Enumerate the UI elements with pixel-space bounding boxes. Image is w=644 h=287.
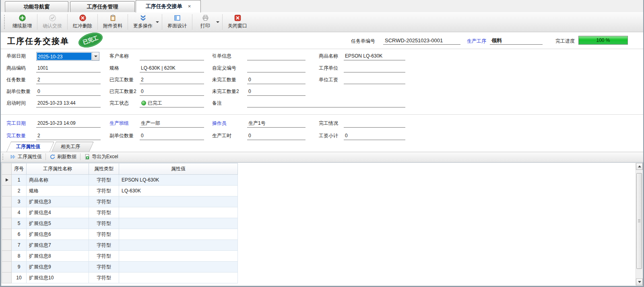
table-row[interactable]: 8 扩展信息8 字符型 (2, 251, 238, 262)
arrow-down-icon (638, 281, 641, 283)
continue-add-button[interactable]: 继续新增 (8, 12, 37, 32)
clipboard-icon (109, 14, 116, 21)
attachment-button[interactable]: 附件资料 (98, 12, 127, 32)
operator-label[interactable]: 操作员 (212, 119, 246, 128)
table-row[interactable]: 5 扩展信息5 字符型 (2, 218, 238, 229)
table-row[interactable]: 9 扩展信息9 字符型 (2, 262, 238, 273)
ui-design-button[interactable]: 界面设计 (163, 12, 192, 32)
scroll-down-button[interactable] (636, 279, 643, 285)
detail-toolbar-grip (2, 154, 4, 160)
table-row[interactable]: 6 扩展信息6 字符型 (2, 229, 238, 240)
task-no-field[interactable]: SCRWD-20251023-0001 (383, 36, 460, 45)
attribute-values-button[interactable]: 工序属性值 (6, 153, 45, 161)
table-row[interactable]: 10 扩展信息10 字符型 (2, 273, 238, 283)
close-tab-icon[interactable]: × (188, 0, 191, 12)
prod-hours-field[interactable]: 0 (247, 132, 305, 140)
refresh-data-button[interactable]: 刷新数据 (46, 153, 80, 161)
remark-label: 备注 (212, 99, 246, 107)
undone-qty-label: 未完工数量 (212, 76, 246, 84)
attribute-table-body: 1 商品名称 字符型 EPSON LQ-630K 2 规格 字符型 LQ-630… (2, 175, 238, 283)
table-row[interactable]: 4 扩展信息4 字符型 (2, 207, 238, 218)
product-code-label: 商品编码 (6, 64, 35, 72)
scroll-up-button[interactable] (636, 163, 643, 170)
status-green-icon (141, 101, 146, 105)
confirm-handover-button[interactable]: 确认交接 (38, 12, 67, 32)
done-qty-field[interactable]: 2 (140, 76, 204, 84)
done-qty2-field[interactable]: 0 (140, 87, 204, 96)
spec-field[interactable]: LQ-630K | 620K (140, 64, 204, 72)
col-header-value[interactable]: 属性值 (119, 163, 238, 175)
cell-no: 5 (12, 218, 27, 229)
col-header-no[interactable]: 序号 (12, 163, 27, 175)
finish-status-field[interactable]: 已完工 (140, 99, 204, 107)
start-time-field[interactable]: 2025-10-23 13:44 (36, 99, 101, 107)
doc-date-combobox[interactable]: 2025-10-23 (36, 52, 99, 61)
col-header-name[interactable]: 工序属性名称 (27, 163, 89, 175)
doc-date-label: 单据日期 (6, 52, 35, 60)
custom-no-field[interactable] (247, 64, 305, 72)
table-row[interactable]: 2 规格 字符型 LQ-630K (2, 186, 238, 196)
operator-field[interactable]: 生产1号 (247, 119, 305, 128)
customer-field[interactable] (140, 52, 204, 60)
tab-function-nav[interactable]: 功能导航窗 (5, 1, 68, 12)
cell-type: 字符型 (89, 240, 119, 251)
ref-info-field[interactable] (247, 52, 305, 60)
tab-related-processes[interactable]: 相关工序 (52, 142, 89, 152)
app-window: 功能导航窗 工序任务管理 工序任务交接单× 继续新增 确认交接 红冲删除 附件资… (0, 0, 644, 287)
cell-type: 字符型 (89, 251, 119, 262)
page-title: 工序任务交接单 (7, 36, 69, 47)
prod-team-label[interactable]: 生产班组 (109, 119, 139, 128)
sub-unit-qty2-field[interactable]: 0 (140, 132, 204, 140)
close-window-button[interactable]: 关闭窗口 (223, 12, 252, 32)
finish-qty-label[interactable]: 完工数量 (6, 132, 35, 140)
print-dropdown-icon[interactable] (216, 21, 219, 23)
production-process-link[interactable]: 生产工序 (467, 38, 486, 45)
tab-bar: 功能导航窗 工序任务管理 工序任务交接单× (1, 0, 643, 12)
table-row[interactable]: 1 商品名称 字符型 EPSON LQ-630K (2, 175, 238, 186)
table-row[interactable]: 3 扩展信息3 字符型 (2, 196, 238, 207)
more-actions-button[interactable]: 更多操作 (128, 12, 157, 32)
sub-unit-qty-field[interactable]: 0 (36, 87, 101, 96)
cell-name: 扩展信息9 (27, 262, 89, 273)
tab-task-management[interactable]: 工序任务管理 (70, 1, 135, 12)
table-header-row: 序号 工序属性名称 属性类型 属性值 (2, 163, 238, 175)
arrow-up-icon (638, 165, 641, 167)
unit-wage-field[interactable] (344, 76, 405, 84)
wage-subtotal-field[interactable]: 0 (344, 132, 405, 140)
prod-team-field[interactable]: 生产一部 (140, 119, 204, 128)
undone-qty2-field[interactable]: 0 (247, 87, 305, 96)
undone-qty-field[interactable]: 0 (247, 76, 305, 84)
finish-date-field[interactable]: 2025-10-23 14:09 (36, 119, 101, 128)
table-row[interactable]: 7 扩展信息7 字符型 (2, 240, 238, 251)
tab-attribute-values[interactable]: 工序属性值 (6, 142, 50, 152)
red-delete-button[interactable]: 红冲删除 (68, 12, 97, 32)
finish-qty-field[interactable]: 2 (36, 132, 101, 140)
cell-type: 字符型 (89, 196, 119, 207)
product-name-field[interactable]: EPSON LQ-630K (344, 52, 405, 60)
chevron-down-icon[interactable] (92, 52, 99, 60)
finish-info-field[interactable] (344, 119, 405, 128)
scrollbar-thumb[interactable] (636, 173, 642, 269)
cell-name: 商品名称 (27, 175, 89, 186)
finish-status-label: 完工状态 (109, 99, 139, 107)
product-code-field[interactable]: 1001 (36, 64, 101, 72)
cell-value (119, 273, 238, 283)
task-no-label: 任务单编号 (351, 38, 375, 45)
more-actions-dropdown-icon[interactable] (156, 21, 159, 23)
task-qty-field[interactable]: 2 (36, 76, 101, 84)
vertical-scrollbar[interactable] (636, 163, 642, 285)
export-excel-button[interactable]: 导出为Excel (80, 153, 122, 161)
process-unit-field[interactable] (344, 64, 405, 72)
sub-unit-qty-label: 副单位数量 (6, 87, 35, 96)
cell-type: 字符型 (89, 186, 119, 196)
cell-type: 字符型 (89, 175, 119, 186)
finish-date-label[interactable]: 完工日期 (6, 119, 35, 128)
window-design-icon (174, 14, 181, 21)
toolbar-grip (4, 15, 6, 29)
process-field[interactable]: 领料 (490, 36, 543, 45)
excel-export-icon (84, 154, 90, 160)
print-button[interactable]: 打印 (193, 12, 218, 32)
remark-field[interactable] (247, 99, 405, 107)
col-header-type[interactable]: 属性类型 (89, 163, 119, 175)
tab-task-handover[interactable]: 工序任务交接单× (136, 0, 201, 12)
